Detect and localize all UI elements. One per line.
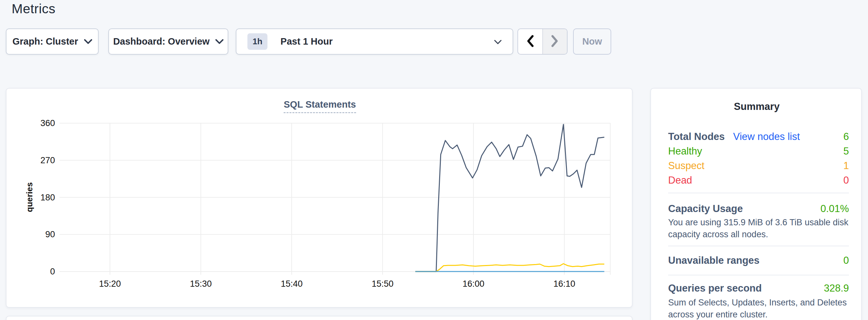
graph-scope-dropdown-label: Graph: Cluster [12, 36, 78, 47]
statements-navy-line [415, 124, 604, 271]
page-title: Metrics [12, 1, 56, 17]
dashboard-dropdown-label: Dashboard: Overview [113, 36, 210, 47]
time-pager [518, 28, 567, 55]
suspect-nodes-row: Suspect 1 [668, 158, 849, 173]
capacity-usage-row: Capacity Usage 0.01% [668, 203, 849, 215]
graph-scope-dropdown[interactable]: Graph: Cluster [6, 28, 99, 55]
suspect-label: Suspect [668, 158, 704, 173]
unavailable-ranges-label: Unavailable ranges [668, 255, 760, 266]
chevron-down-icon [84, 39, 92, 45]
summary-title: Summary [651, 101, 863, 113]
healthy-nodes-row: Healthy 5 [668, 144, 849, 158]
time-window-badge: 1h [247, 33, 268, 50]
capacity-usage-description: You are using 315.9 MiB of 3.6 TiB usabl… [668, 217, 849, 241]
prev-window-button[interactable] [518, 29, 542, 54]
statements-yellow-line [415, 264, 604, 271]
suspect-value: 1 [843, 158, 849, 173]
view-nodes-list-link[interactable]: View nodes list [733, 129, 800, 144]
chevron-down-icon [494, 40, 502, 45]
time-window-label: Past 1 Hour [280, 36, 333, 47]
queries-per-second-row: Queries per second 328.9 [668, 283, 849, 294]
capacity-usage-value: 0.01% [820, 203, 849, 215]
chevron-down-icon [215, 39, 223, 45]
divider [668, 275, 849, 276]
total-nodes-label: Total Nodes [668, 129, 725, 144]
dashboard-dropdown[interactable]: Dashboard: Overview [108, 28, 228, 55]
capacity-usage-label: Capacity Usage [668, 203, 743, 215]
divider [668, 193, 849, 193]
divider [668, 246, 849, 246]
dead-label: Dead [668, 173, 692, 188]
queries-per-second-label: Queries per second [668, 283, 762, 294]
queries-per-second-value: 328.9 [824, 283, 849, 294]
total-nodes-row: Total Nodes View nodes list 6 [668, 129, 849, 144]
sql-statements-plot-area[interactable] [6, 89, 633, 308]
unavailable-ranges-value: 0 [843, 255, 849, 266]
queries-per-second-description: Sum of Selects, Updates, Inserts, and De… [668, 297, 849, 320]
dead-value: 0 [843, 173, 849, 188]
chevron-left-icon [526, 35, 534, 49]
node-status-rows: Total Nodes View nodes list 6 Healthy 5 … [668, 129, 849, 188]
unavailable-ranges-row: Unavailable ranges 0 [668, 255, 849, 266]
dead-nodes-row: Dead 0 [668, 173, 849, 188]
next-window-button[interactable] [542, 29, 567, 54]
metrics-page: { "page": { "title": "Metrics" }, "toolb… [0, 0, 868, 320]
healthy-label: Healthy [668, 144, 702, 158]
chevron-right-icon [551, 35, 559, 49]
total-nodes-value: 6 [843, 129, 849, 144]
next-chart-card-partial [6, 316, 632, 320]
summary-panel: Summary Total Nodes View nodes list 6 He… [650, 88, 862, 320]
now-button[interactable]: Now [573, 28, 611, 55]
time-window-selector[interactable]: 1h Past 1 Hour [236, 28, 513, 55]
sql-statements-chart-card: SQL Statements queries 090180270360 15:2… [6, 88, 632, 308]
healthy-value: 5 [843, 144, 849, 158]
